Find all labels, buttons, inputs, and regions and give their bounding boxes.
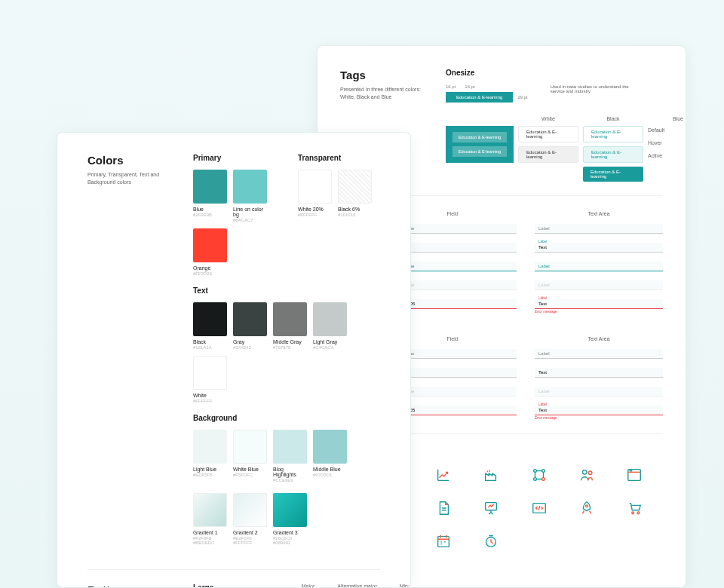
svg-point-16 xyxy=(632,512,634,514)
colors-desc: Primary, Transparent, Text and Backgroun… xyxy=(87,171,170,186)
m-area-filled[interactable]: Text xyxy=(535,368,663,378)
colors-title: Colors xyxy=(87,154,170,167)
clock-icon xyxy=(483,533,520,553)
tag-blue-active[interactable]: Education & E-learning xyxy=(583,167,643,182)
buttons-title: Buttons xyxy=(87,583,170,588)
code-icon xyxy=(531,500,568,519)
presentation-icon xyxy=(483,500,520,519)
area-default[interactable]: Label xyxy=(535,224,663,234)
m-area-error[interactable]: Text xyxy=(535,406,663,415)
growth-chart-icon xyxy=(435,467,472,486)
document-icon xyxy=(435,500,472,519)
tag-white-column-bg: Education & E-learning Education & E-lea… xyxy=(446,126,514,163)
tags-title: Tags xyxy=(340,69,423,81)
panel-colors-buttons: Colors Primary, Transparent, Text and Ba… xyxy=(57,132,411,588)
tag-col-black: Black xyxy=(583,116,643,121)
svg-rect-19 xyxy=(438,537,449,547)
colors-section: Colors Primary, Transparent, Text and Ba… xyxy=(87,154,380,556)
svg-point-5 xyxy=(541,478,545,481)
onesize-dims: 16 pt 16 pt xyxy=(446,84,528,89)
background-title: Background xyxy=(193,414,380,422)
transparent-title: Transparent xyxy=(298,154,380,162)
svg-point-2 xyxy=(533,470,536,473)
tag-blue-hover[interactable]: Education & E-learning xyxy=(583,146,643,163)
tag-white-hover[interactable]: Education & E-learning xyxy=(452,146,507,157)
text-swatches: Black#161A1A Gray#3A4242 Middle Gray#767… xyxy=(193,302,380,403)
m-area-disable: Label xyxy=(535,387,663,397)
onesize-title: Onesize xyxy=(446,69,686,77)
large-title: Large xyxy=(193,583,238,588)
cart-icon xyxy=(626,500,663,519)
factory-icon xyxy=(483,467,520,486)
onesize-tag-demo[interactable]: Education & E-learning xyxy=(446,92,513,103)
m-area-default[interactable]: Label xyxy=(535,349,663,359)
browser-icon xyxy=(626,467,663,486)
primary-swatches: Blue#2F9E9B Line on color bg#6ACAC7 Oran… xyxy=(193,170,275,276)
svg-point-6 xyxy=(582,470,587,475)
tags-desc: Presented in three different colors: Whi… xyxy=(340,86,423,101)
svg-point-3 xyxy=(541,470,545,473)
transparent-swatches: White 20%#FFFFFF Black 6%#101010 xyxy=(298,170,380,217)
tag-black-default[interactable]: Education & E-learning xyxy=(518,126,578,142)
tag-black-hover[interactable]: Education & E-learning xyxy=(518,146,578,163)
svg-point-15 xyxy=(585,505,587,507)
svg-point-4 xyxy=(533,478,536,481)
calendar-icon xyxy=(435,533,472,553)
rocket-icon xyxy=(578,500,615,519)
area-filled[interactable]: Text xyxy=(535,243,663,253)
svg-point-17 xyxy=(637,512,640,514)
team-icon xyxy=(578,467,615,486)
background-swatches: Light Blue#EDF5F5 White Blue#F5FDFC Blog… xyxy=(193,430,380,482)
tag-blue-default[interactable]: Education & E-learning xyxy=(583,126,643,142)
buttons-section: Buttons Major, Alternative major and Min… xyxy=(87,583,380,588)
connection-icon xyxy=(531,467,568,486)
area-disable: Label xyxy=(535,280,663,290)
primary-title: Primary xyxy=(193,154,275,162)
svg-point-7 xyxy=(588,471,592,475)
tag-col-white: White xyxy=(518,116,578,121)
tag-white-default[interactable]: Education & E-learning xyxy=(452,132,507,142)
area-error[interactable]: Text xyxy=(535,299,663,309)
onesize-helper: Used in case studies to understand the s… xyxy=(551,84,641,93)
tag-col-blue: Blue xyxy=(648,116,686,121)
text-title: Text xyxy=(193,286,380,295)
svg-point-10 xyxy=(631,470,632,471)
area-hover[interactable]: Label xyxy=(535,262,663,271)
svg-point-9 xyxy=(630,470,630,471)
